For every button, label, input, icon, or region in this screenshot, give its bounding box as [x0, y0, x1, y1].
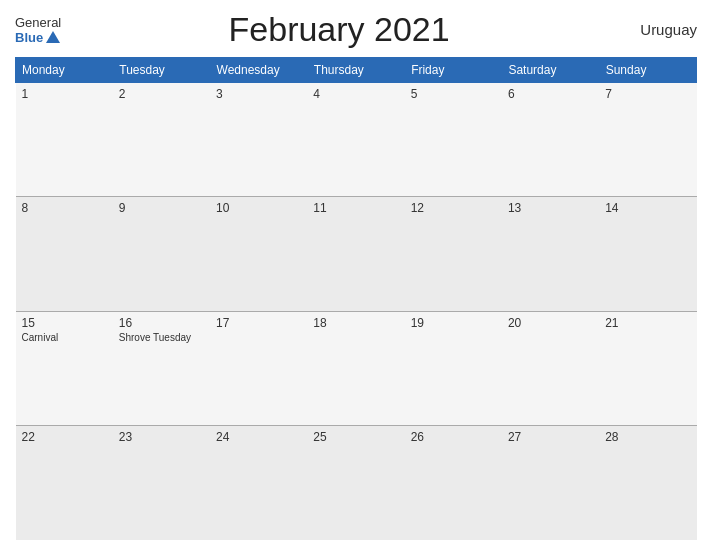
day-cell: 7	[599, 83, 696, 197]
day-cell: 28	[599, 426, 696, 540]
col-tuesday: Tuesday	[113, 58, 210, 83]
day-number: 15	[22, 316, 107, 330]
day-number: 18	[313, 316, 398, 330]
day-number: 11	[313, 201, 398, 215]
day-number: 16	[119, 316, 204, 330]
day-cell: 21	[599, 311, 696, 425]
day-cell: 20	[502, 311, 599, 425]
day-cell: 4	[307, 83, 404, 197]
logo-blue-text: Blue	[15, 30, 43, 45]
week-row-4: 22232425262728	[16, 426, 697, 540]
logo-general-text: General	[15, 15, 61, 30]
day-cell: 8	[16, 197, 113, 311]
country-label: Uruguay	[617, 21, 697, 38]
day-number: 13	[508, 201, 593, 215]
day-cell: 26	[405, 426, 502, 540]
day-number: 19	[411, 316, 496, 330]
day-cell: 24	[210, 426, 307, 540]
day-number: 25	[313, 430, 398, 444]
day-number: 4	[313, 87, 398, 101]
day-cell: 13	[502, 197, 599, 311]
day-cell: 2	[113, 83, 210, 197]
day-number: 12	[411, 201, 496, 215]
month-title: February 2021	[61, 10, 617, 49]
logo-triangle-icon	[46, 31, 60, 43]
day-number: 20	[508, 316, 593, 330]
day-number: 22	[22, 430, 107, 444]
day-number: 10	[216, 201, 301, 215]
day-number: 7	[605, 87, 690, 101]
day-number: 24	[216, 430, 301, 444]
calendar-header: General Blue February 2021 Uruguay	[15, 10, 697, 49]
day-number: 28	[605, 430, 690, 444]
day-cell: 15Carnival	[16, 311, 113, 425]
col-wednesday: Wednesday	[210, 58, 307, 83]
col-friday: Friday	[405, 58, 502, 83]
calendar-table: Monday Tuesday Wednesday Thursday Friday…	[15, 57, 697, 540]
day-cell: 6	[502, 83, 599, 197]
week-row-2: 891011121314	[16, 197, 697, 311]
week-row-1: 1234567	[16, 83, 697, 197]
col-thursday: Thursday	[307, 58, 404, 83]
day-cell: 9	[113, 197, 210, 311]
day-cell: 18	[307, 311, 404, 425]
day-cell: 27	[502, 426, 599, 540]
day-cell: 17	[210, 311, 307, 425]
day-number: 23	[119, 430, 204, 444]
col-monday: Monday	[16, 58, 113, 83]
day-number: 6	[508, 87, 593, 101]
days-of-week-row: Monday Tuesday Wednesday Thursday Friday…	[16, 58, 697, 83]
day-number: 5	[411, 87, 496, 101]
logo-line: Blue	[15, 30, 60, 45]
week-row-3: 15Carnival16Shrove Tuesday1718192021	[16, 311, 697, 425]
calendar-body: 123456789101112131415Carnival16Shrove Tu…	[16, 83, 697, 541]
day-number: 21	[605, 316, 690, 330]
day-number: 14	[605, 201, 690, 215]
day-number: 1	[22, 87, 107, 101]
day-cell: 23	[113, 426, 210, 540]
day-number: 27	[508, 430, 593, 444]
day-cell: 22	[16, 426, 113, 540]
day-cell: 14	[599, 197, 696, 311]
calendar-header-row: Monday Tuesday Wednesday Thursday Friday…	[16, 58, 697, 83]
logo: General Blue	[15, 15, 61, 45]
col-saturday: Saturday	[502, 58, 599, 83]
day-cell: 16Shrove Tuesday	[113, 311, 210, 425]
day-cell: 11	[307, 197, 404, 311]
day-cell: 12	[405, 197, 502, 311]
day-cell: 1	[16, 83, 113, 197]
day-number: 9	[119, 201, 204, 215]
day-cell: 19	[405, 311, 502, 425]
day-cell: 25	[307, 426, 404, 540]
calendar-wrapper: General Blue February 2021 Uruguay Monda…	[0, 0, 712, 550]
day-number: 2	[119, 87, 204, 101]
event-label: Shrove Tuesday	[119, 332, 204, 343]
day-number: 17	[216, 316, 301, 330]
day-cell: 5	[405, 83, 502, 197]
col-sunday: Sunday	[599, 58, 696, 83]
day-number: 8	[22, 201, 107, 215]
day-cell: 10	[210, 197, 307, 311]
day-number: 26	[411, 430, 496, 444]
day-number: 3	[216, 87, 301, 101]
day-cell: 3	[210, 83, 307, 197]
event-label: Carnival	[22, 332, 107, 343]
